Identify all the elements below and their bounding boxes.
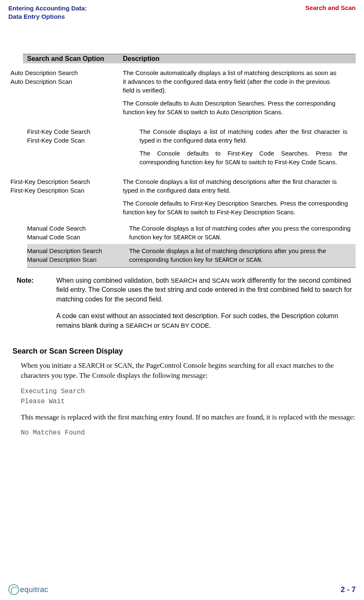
header-title-line2: Data Entry Options xyxy=(8,13,87,21)
option-cell: Manual Code Search Manual Code Scan xyxy=(27,224,129,242)
page-number: 2 - 7 xyxy=(341,585,356,594)
desc-paragraph: The Console defaults to First-Key Descri… xyxy=(123,199,352,217)
note-paragraph: When using combined validation, both SEA… xyxy=(56,276,356,304)
option-line: First-Key Description Scan xyxy=(10,186,119,195)
option-line: Manual Code Scan xyxy=(27,233,125,241)
desc-paragraph: The Console defaults to First-Key Code S… xyxy=(140,149,347,167)
table-header-option: Search and Scan Option xyxy=(27,55,123,63)
desc-cell: The Console displays a list of matching … xyxy=(129,246,356,265)
code-line: No Matches Found xyxy=(21,428,356,438)
option-line: Manual Description Scan xyxy=(27,255,125,264)
option-line: First-Key Code Search xyxy=(27,127,135,136)
logo: equitrac xyxy=(8,584,48,595)
desc-cell: The Console displays a list of matching … xyxy=(140,127,356,167)
section-heading: Search or Scan Screen Display xyxy=(12,347,356,356)
desc-paragraph: The Console displays a list of matching … xyxy=(140,127,347,145)
option-line: First-Key Description Search xyxy=(10,177,119,186)
option-line: First-Key Code Scan xyxy=(27,136,135,145)
option-line: Auto Description Scan xyxy=(10,77,119,86)
desc-paragraph: The Console displays a list of matching … xyxy=(129,246,356,265)
code-line: Please Wait xyxy=(21,397,356,407)
option-cell: First-Key Description Search First-Key D… xyxy=(10,177,123,217)
code-block: Executing Search Please Wait xyxy=(21,387,356,407)
page-footer: equitrac 2 - 7 xyxy=(8,584,356,595)
option-line: Auto Description Search xyxy=(10,68,119,77)
note-label: Note: xyxy=(17,276,56,338)
table-row: Manual Description Search Manual Descrip… xyxy=(27,244,356,268)
desc-paragraph: The Console displays a list of matching … xyxy=(123,177,352,195)
options-table: Search and Scan Option Description Auto … xyxy=(23,54,356,268)
table-row: First-Key Code Search First-Key Code Sca… xyxy=(27,122,356,172)
note-body: When using combined validation, both SEA… xyxy=(56,276,356,338)
header-right: Search and Scan xyxy=(305,4,356,20)
note-block: Note: When using combined validation, bo… xyxy=(17,276,356,338)
table-header-desc: Description xyxy=(123,55,352,63)
option-cell: Manual Description Search Manual Descrip… xyxy=(27,246,129,265)
table-row: Manual Code Search Manual Code Scan The … xyxy=(27,222,356,244)
desc-cell: The Console displays a list of matching … xyxy=(129,224,356,242)
table-header-row: Search and Scan Option Description xyxy=(23,54,356,63)
option-cell: Auto Description Search Auto Description… xyxy=(10,68,123,117)
desc-cell: The Console displays a list of matching … xyxy=(123,177,356,217)
logo-swirl-icon xyxy=(8,584,19,595)
content-area: Search and Scan Option Description Auto … xyxy=(0,54,364,438)
desc-paragraph: The Console automatically displays a lis… xyxy=(123,68,339,95)
body-paragraph: When you initiate a SEARCH or SCAN, the … xyxy=(21,361,356,381)
header-title-line1: Entering Accounting Data: xyxy=(8,4,87,13)
desc-paragraph: The Console displays a list of matching … xyxy=(129,224,356,242)
body-paragraph: This message is replaced with the first … xyxy=(21,412,356,422)
desc-paragraph: The Console defaults to Auto Description… xyxy=(123,99,339,117)
desc-cell: The Console automatically displays a lis… xyxy=(123,68,356,117)
page-header: Entering Accounting Data: Data Entry Opt… xyxy=(0,0,364,20)
code-block: No Matches Found xyxy=(21,428,356,438)
table-row: First-Key Description Search First-Key D… xyxy=(10,172,356,222)
option-line: Manual Description Search xyxy=(27,246,125,255)
table-row: Auto Description Search Auto Description… xyxy=(10,63,356,122)
header-left: Entering Accounting Data: Data Entry Opt… xyxy=(8,4,87,20)
note-paragraph: A code can exist without an associated t… xyxy=(56,311,356,330)
logo-text: equitrac xyxy=(20,585,48,594)
option-line: Manual Code Search xyxy=(27,224,125,233)
code-line: Executing Search xyxy=(21,387,356,397)
option-cell: First-Key Code Search First-Key Code Sca… xyxy=(27,127,140,167)
